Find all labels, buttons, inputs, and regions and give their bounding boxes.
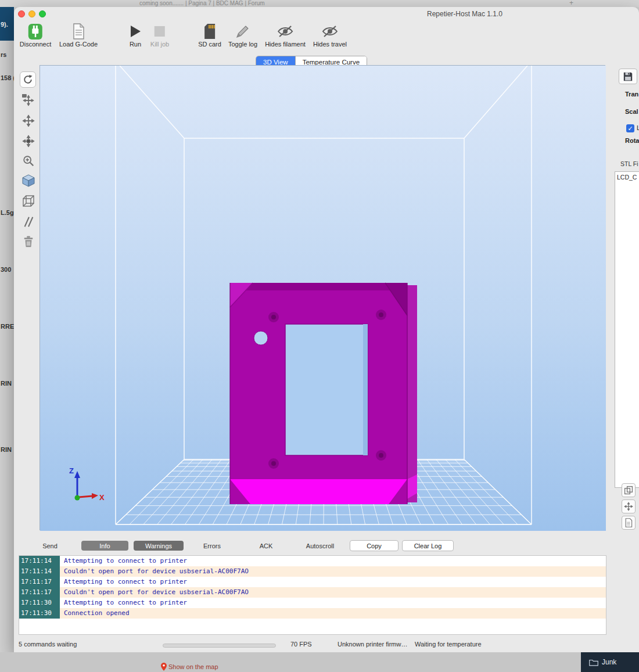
axis-z-label: Z bbox=[69, 466, 74, 475]
status-bar: 5 commands waiting 70 FPS Unknown printe… bbox=[14, 635, 639, 652]
log-entry: 17:11:30 Attempting to connect to printe… bbox=[19, 598, 606, 608]
repetier-host-window: Repetier-Host Mac 1.1.0 Disconnect Load … bbox=[14, 7, 639, 652]
map-pin-icon bbox=[161, 663, 167, 671]
eye-slash-icon bbox=[313, 22, 347, 41]
toggle-log-button[interactable]: Toggle log bbox=[228, 22, 257, 48]
move-viewpoint-button[interactable] bbox=[21, 93, 36, 108]
usb-connect-icon bbox=[20, 22, 51, 41]
parallel-projection-button[interactable] bbox=[21, 214, 36, 229]
log-timestamp: 17:11:14 bbox=[19, 566, 60, 577]
log-entry: 17:11:17 Attempting to connect to printe… bbox=[19, 577, 606, 587]
close-window-button[interactable] bbox=[18, 10, 25, 17]
isometric-view-button[interactable] bbox=[21, 173, 36, 188]
log-entry: 17:11:17 Couldn't open port for device u… bbox=[19, 587, 606, 598]
log-tab-send[interactable]: Send bbox=[42, 542, 58, 549]
copy-log-button[interactable]: Copy bbox=[350, 540, 399, 551]
log-message: Attempting to connect to printer bbox=[60, 598, 187, 608]
log-tab-warnings[interactable]: Warnings bbox=[134, 541, 184, 551]
disconnect-button[interactable]: Disconnect bbox=[20, 22, 51, 48]
save-object-button[interactable] bbox=[619, 69, 637, 84]
log-timestamp: 17:11:14 bbox=[19, 556, 60, 566]
sd-card-button[interactable]: SD card bbox=[198, 22, 221, 48]
folder-icon bbox=[589, 659, 598, 666]
page-icon bbox=[624, 518, 633, 527]
background-browser-tabbar[interactable]: coming soon....... | Pagina 7 | BDC MAG … bbox=[0, 0, 639, 7]
load-gcode-button[interactable]: Load G-Code bbox=[59, 22, 98, 48]
move-button[interactable] bbox=[21, 113, 36, 128]
scale-label: Scal bbox=[625, 108, 638, 115]
zoom-icon bbox=[22, 154, 35, 167]
move-object-button[interactable] bbox=[21, 134, 36, 149]
copy-icon bbox=[624, 486, 633, 495]
hide-filament-button[interactable]: Hides filament bbox=[265, 22, 306, 48]
log-tab-ack[interactable]: ACK bbox=[260, 542, 273, 549]
front-view-button[interactable] bbox=[21, 193, 36, 209]
3d-viewport[interactable]: Z X bbox=[40, 65, 605, 530]
axis-x-label: X bbox=[99, 493, 105, 502]
lock-aspect-checkbox[interactable]: ✓ bbox=[626, 124, 634, 132]
trash-icon bbox=[22, 235, 35, 248]
left-fragment: RRES bbox=[1, 323, 14, 330]
move-cross-icon bbox=[624, 502, 633, 511]
object-list: LCD_C bbox=[615, 171, 639, 488]
firmware-status: Unknown printer firmw… bbox=[338, 641, 407, 648]
junk-label: Junk bbox=[602, 658, 616, 666]
document-icon bbox=[59, 22, 98, 41]
stop-icon bbox=[150, 22, 169, 41]
log-message: Couldn't open port for device usbserial-… bbox=[60, 566, 249, 577]
log-tab-autoscroll[interactable]: Autoscroll bbox=[306, 542, 334, 549]
parallel-lines-icon bbox=[22, 215, 35, 228]
minimize-window-button[interactable] bbox=[28, 10, 35, 17]
log-output[interactable]: 17:11:14 Attempting to connect to printe… bbox=[19, 555, 606, 635]
log-timestamp: 17:11:17 bbox=[19, 577, 60, 587]
eye-slash-icon bbox=[265, 22, 306, 41]
rotate-icon bbox=[22, 74, 34, 85]
titlebar: Repetier-Host Mac 1.1.0 bbox=[14, 7, 639, 21]
print-progress-bar bbox=[163, 644, 276, 648]
log-message: Connection opened bbox=[60, 608, 130, 619]
zoom-button[interactable] bbox=[21, 153, 36, 168]
lock-aspect-label: L bbox=[637, 124, 639, 131]
log-tab-info[interactable]: Info bbox=[81, 541, 128, 551]
junk-folder[interactable]: Junk bbox=[581, 652, 639, 672]
new-tab-plus-icon[interactable]: + bbox=[569, 0, 573, 7]
object-list-item[interactable]: LCD_C bbox=[615, 172, 639, 182]
left-fragment: 158 ( bbox=[1, 74, 14, 81]
rotation-label: Rota bbox=[625, 137, 639, 144]
copy-object-button[interactable] bbox=[622, 483, 636, 497]
show-on-map-link[interactable]: Show on the map bbox=[161, 663, 218, 671]
log-message: Attempting to connect to printer bbox=[60, 556, 187, 566]
zoom-window-button[interactable] bbox=[39, 10, 46, 17]
play-icon bbox=[129, 22, 142, 41]
hide-travel-button[interactable]: Hides travel bbox=[313, 22, 347, 48]
run-button[interactable]: Run bbox=[129, 22, 142, 48]
background-left-window: 9). rs 158 ( L.5g 300 RRES RIN RIN bbox=[0, 7, 14, 672]
translation-label: Tran bbox=[625, 91, 638, 98]
3d-scene: Z X bbox=[40, 66, 606, 531]
log-tab-errors[interactable]: Errors bbox=[203, 542, 221, 549]
object-info-button[interactable] bbox=[622, 516, 636, 530]
sd-card-icon bbox=[198, 22, 221, 41]
log-timestamp: 17:11:30 bbox=[19, 608, 60, 619]
log-message: Attempting to connect to printer bbox=[60, 577, 187, 587]
rotate-view-button[interactable] bbox=[20, 71, 36, 88]
background-tab-title[interactable]: coming soon....... | Pagina 7 | BDC MAG … bbox=[139, 0, 265, 6]
delete-object-button[interactable] bbox=[21, 234, 36, 249]
left-fragment: L.5g bbox=[1, 209, 14, 216]
center-object-button[interactable] bbox=[622, 499, 636, 513]
background-bottom: Junk Show on the map bbox=[0, 652, 639, 672]
log-timestamp: 17:11:17 bbox=[19, 587, 60, 598]
save-disk-icon bbox=[623, 71, 633, 82]
left-fragment: RIN bbox=[1, 446, 12, 453]
log-entry: 17:11:14 Couldn't open port for device u… bbox=[19, 566, 606, 577]
left-fragment: rs bbox=[1, 51, 6, 58]
move-object-icon bbox=[22, 135, 35, 148]
move-viewpoint-icon bbox=[22, 94, 35, 107]
window-title: Repetier-Host Mac 1.1.0 bbox=[427, 10, 502, 18]
clear-log-button[interactable]: Clear Log bbox=[402, 540, 454, 551]
left-fragment: 300 bbox=[1, 266, 11, 273]
move-icon bbox=[22, 114, 35, 127]
model-lcd-case[interactable] bbox=[230, 283, 417, 504]
kill-job-button[interactable]: Kill job bbox=[150, 22, 169, 48]
log-message: Couldn't open port for device usbserial-… bbox=[60, 587, 249, 598]
